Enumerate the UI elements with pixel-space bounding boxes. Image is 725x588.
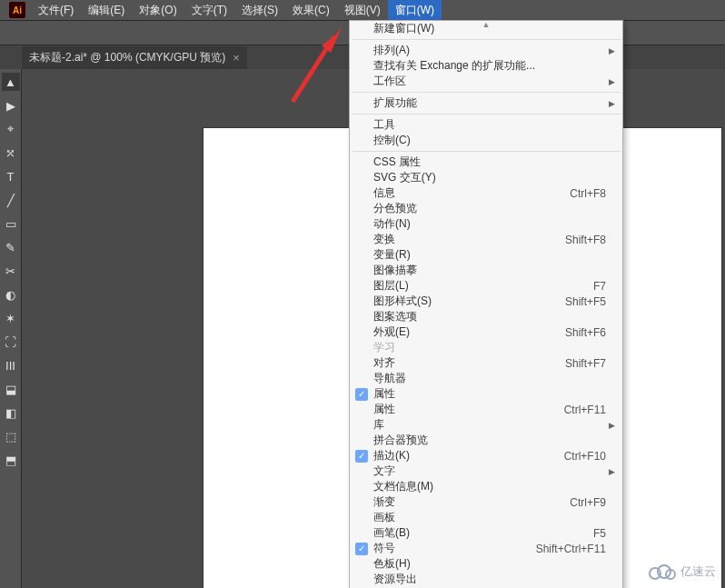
menu-item[interactable]: 动作(N) (350, 216, 622, 232)
menu-item[interactable]: 排列(A)▶ (350, 43, 622, 58)
menu-item[interactable]: 分色预览 (350, 201, 622, 216)
chevron-right-icon: ▶ (609, 77, 615, 86)
menu-shortcut: Shift+F7 (565, 357, 606, 370)
menu-item-label: 信息 (373, 185, 570, 201)
menu-item[interactable]: 控制(C) (350, 133, 622, 148)
menu-item[interactable]: 渐变Ctrl+F9 (350, 494, 622, 510)
menu-item[interactable]: 图层(L)F7 (350, 278, 622, 294)
menu-item-label: 资源导出 (373, 572, 606, 587)
menu-item[interactable]: 对齐Shift+F7 (350, 355, 622, 371)
window-menu-dropdown[interactable]: ▲ 新建窗口(W)排列(A)▶查找有关 Exchange 的扩展功能...工作区… (349, 20, 623, 588)
menu-item-label: 外观(E) (373, 324, 565, 340)
tool-mesh[interactable]: ⬓ (2, 380, 20, 398)
menu-item[interactable]: 文字▶ (350, 463, 622, 479)
chevron-right-icon: ▶ (609, 467, 615, 476)
tool-artboard[interactable]: ⬒ (2, 451, 20, 469)
menu-edit[interactable]: 编辑(E) (81, 0, 132, 21)
menu-shortcut: Shift+F5 (565, 295, 606, 308)
check-icon: ✓ (355, 543, 368, 555)
tool-lasso[interactable]: ⤱ (2, 144, 20, 162)
menu-item[interactable]: 变量(R) (350, 247, 622, 263)
menu-item[interactable]: 查找有关 Exchange 的扩展功能... (350, 58, 622, 74)
tool-type[interactable]: T (2, 167, 20, 185)
menu-item[interactable]: 工作区▶ (350, 74, 622, 89)
menu-object[interactable]: 对象(O) (132, 0, 184, 21)
tool-scissors[interactable]: ✂ (2, 262, 20, 280)
menu-item[interactable]: ✓符号Shift+Ctrl+F11 (350, 541, 622, 556)
menu-item[interactable]: ✓描边(K)Ctrl+F10 (350, 448, 622, 463)
menu-item[interactable]: CSS 属性 (350, 154, 622, 170)
menu-item[interactable]: 文档信息(M) (350, 479, 622, 494)
menu-item-label: 文档信息(M) (373, 479, 606, 494)
tool-line[interactable]: ╱ (2, 191, 20, 209)
close-icon[interactable]: × (233, 51, 240, 65)
check-icon: ✓ (355, 388, 368, 401)
menu-item-label: CSS 属性 (373, 154, 606, 170)
tool-direct-select[interactable]: ▶ (2, 96, 20, 115)
menu-item[interactable]: 工具 (350, 117, 622, 133)
menu-bar: Ai 文件(F) 编辑(E) 对象(O) 文字(T) 选择(S) 效果(C) 视… (0, 0, 725, 20)
menu-select[interactable]: 选择(S) (234, 0, 285, 21)
menu-item-label: 控制(C) (373, 133, 606, 148)
document-tab[interactable]: 未标题-2.ai* @ 100% (CMYK/GPU 预览) × (22, 46, 247, 69)
menu-shortcut: Shift+F8 (565, 234, 606, 246)
menu-item-label: 变换 (373, 232, 565, 247)
menu-effect[interactable]: 效果(C) (285, 0, 337, 21)
menu-item-label: 属性 (373, 386, 606, 402)
menu-item-label: 新建窗口(W) (373, 21, 606, 36)
tool-graph[interactable]: III (2, 356, 20, 374)
menu-item[interactable]: 变换Shift+F8 (350, 232, 622, 247)
menu-item[interactable]: 信息Ctrl+F8 (350, 185, 622, 201)
menu-item-label: 动作(N) (373, 216, 606, 232)
menu-item[interactable]: SVG 交互(Y) (350, 170, 622, 185)
menu-type[interactable]: 文字(T) (184, 0, 234, 21)
app-logo: Ai (9, 2, 25, 18)
menu-item[interactable]: 色板(H) (350, 556, 622, 572)
menu-item[interactable]: 资源导出 (350, 572, 622, 587)
chevron-right-icon: ▶ (609, 421, 615, 430)
menu-item[interactable]: 图案选项 (350, 309, 622, 324)
menu-item[interactable]: 新建窗口(W) (350, 21, 622, 36)
menu-item[interactable]: 扩展功能▶ (350, 95, 622, 111)
menu-shortcut: Shift+F6 (565, 326, 606, 339)
menu-item-label: SVG 交互(Y) (373, 170, 606, 185)
menu-item[interactable]: 属性Ctrl+F11 (350, 402, 622, 417)
cloud-icon (646, 563, 677, 581)
menu-item-label: 变量(R) (373, 247, 606, 263)
menu-item-label: 描边(K) (373, 448, 564, 463)
menu-item-label: 画板 (373, 510, 606, 525)
tool-rect[interactable]: ▭ (2, 214, 20, 233)
menu-item-label: 查找有关 Exchange 的扩展功能... (373, 58, 606, 74)
chevron-right-icon: ▶ (609, 99, 615, 108)
menu-item-label: 色板(H) (373, 556, 606, 572)
tool-brush[interactable]: ✎ (2, 238, 20, 256)
menu-item[interactable]: 画笔(B)F5 (350, 525, 622, 541)
menu-item-label: 学习 (373, 340, 606, 355)
menu-item[interactable]: 图形样式(S)Shift+F5 (350, 294, 622, 309)
menu-shortcut: Ctrl+F9 (570, 496, 606, 509)
menu-item-label: 排列(A) (373, 43, 606, 58)
menu-item-label: 图形样式(S) (373, 294, 565, 309)
menu-item[interactable]: 画板 (350, 510, 622, 525)
tool-scale[interactable]: ✶ (2, 309, 20, 327)
menu-window[interactable]: 窗口(W) (388, 0, 442, 21)
menu-item-label: 画笔(B) (373, 525, 593, 541)
tool-gradient[interactable]: ◧ (2, 404, 20, 422)
tool-blend[interactable]: ⬚ (2, 427, 20, 445)
tool-selection[interactable]: ▲ (2, 73, 20, 91)
menu-item[interactable]: 导航器 (350, 371, 622, 386)
tool-rotate[interactable]: ◐ (2, 285, 20, 304)
menu-view[interactable]: 视图(V) (337, 0, 388, 21)
menu-item-label: 导航器 (373, 371, 606, 386)
tool-free[interactable]: ⛶ (2, 333, 20, 351)
menu-item[interactable]: 外观(E)Shift+F6 (350, 324, 622, 340)
menu-item-label: 扩展功能 (373, 95, 606, 111)
menu-item[interactable]: 拼合器预览 (350, 433, 622, 448)
menu-item[interactable]: 库▶ (350, 417, 622, 433)
menu-item-label: 工作区 (373, 74, 606, 89)
menu-item[interactable]: ✓属性 (350, 386, 622, 402)
menu-file[interactable]: 文件(F) (31, 0, 81, 21)
menu-item-label: 图像描摹 (373, 263, 606, 278)
menu-item[interactable]: 图像描摹 (350, 263, 622, 278)
tool-wand[interactable]: ⌖ (2, 120, 20, 138)
